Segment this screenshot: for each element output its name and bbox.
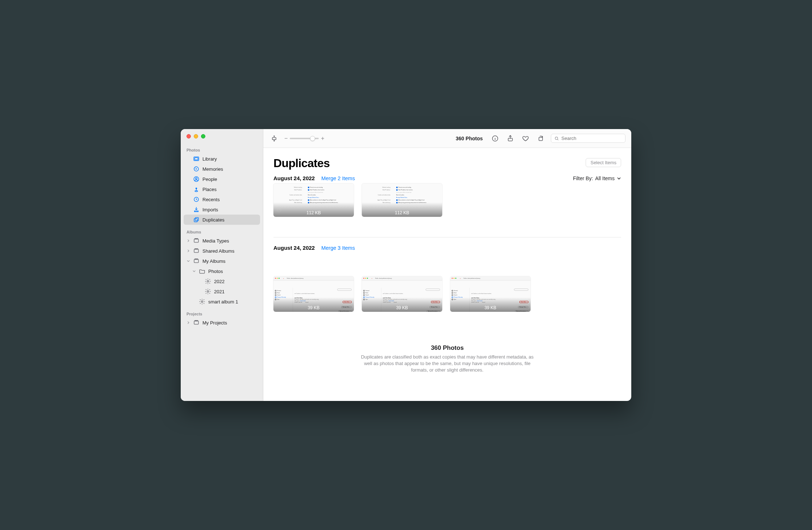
sidebar: Photos Library Memories — [181, 129, 263, 401]
search-icon — [554, 136, 559, 141]
info-button[interactable] — [490, 133, 500, 144]
imports-icon — [193, 206, 200, 213]
sidebar-item-smart-album-1[interactable]: smart album 1 — [184, 297, 260, 307]
rotate-button[interactable] — [536, 133, 546, 144]
sidebar-item-label: My Projects — [202, 320, 227, 326]
merge-link[interactable]: Merge 2 Items — [321, 175, 355, 181]
svg-point-18 — [207, 291, 209, 293]
filter-dropdown[interactable]: Filter By: All Items — [573, 175, 621, 181]
sidebar-scroll: Photos Library Memories — [181, 143, 263, 401]
group-date: August 24, 2022 — [273, 245, 315, 251]
share-button[interactable] — [505, 133, 515, 144]
places-icon — [193, 186, 200, 192]
thumbnail-size: 112 KB — [362, 202, 442, 217]
sidebar-item-shared-albums[interactable]: Shared Albums — [184, 246, 260, 256]
sidebar-item-label: smart album 1 — [208, 299, 238, 305]
filter-label: Filter By: — [573, 175, 593, 181]
minimize-window-button[interactable] — [194, 134, 198, 138]
sidebar-item-media-types[interactable]: Media Types — [184, 236, 260, 246]
photo-thumbnail[interactable]: Website tracking Prevent cross-site trac… — [362, 183, 442, 217]
merge-link[interactable]: Merge 3 Items — [321, 245, 355, 251]
content-area: Duplicates Select Items August 24, 2022 … — [263, 148, 631, 401]
sidebar-item-duplicates[interactable]: Duplicates — [184, 215, 260, 225]
sidebar-section-projects: Projects — [184, 307, 260, 318]
sidebar-item-label: Shared Albums — [202, 248, 234, 254]
favorite-button[interactable] — [520, 133, 531, 144]
sidebar-item-album-2022[interactable]: 2022 — [184, 276, 260, 286]
fullscreen-window-button[interactable] — [201, 134, 205, 138]
sidebar-item-places[interactable]: Places — [184, 184, 260, 194]
sidebar-item-album-photos[interactable]: Photos — [184, 266, 260, 276]
thumbnail-row: Website tracking Prevent cross-site trac… — [273, 183, 621, 217]
group-date: August 24, 2022 — [273, 175, 315, 181]
sidebar-item-album-2021[interactable]: 2021 — [184, 286, 260, 297]
sidebar-item-label: Duplicates — [202, 217, 225, 223]
svg-rect-10 — [194, 219, 197, 222]
sidebar-item-recents[interactable]: Recents — [184, 194, 260, 204]
album-icon — [193, 319, 200, 326]
search-input[interactable] — [561, 136, 622, 141]
svg-point-26 — [555, 137, 558, 139]
svg-point-7 — [195, 191, 198, 192]
zoom-minus-label: − — [284, 135, 288, 142]
svg-point-6 — [196, 188, 197, 190]
photo-thumbnail[interactable]: Website tracking Prevent cross-site trac… — [273, 183, 354, 217]
svg-rect-15 — [194, 260, 198, 263]
zoom-track[interactable] — [290, 138, 319, 139]
people-icon — [193, 176, 200, 182]
group-header: August 24, 2022 Merge 3 Items — [273, 245, 621, 251]
thumbnail-size: 39 KB — [273, 297, 354, 312]
app-window: Photos Library Memories — [181, 129, 631, 401]
svg-point-19 — [201, 301, 203, 303]
gear-icon — [199, 298, 205, 305]
sidebar-item-my-albums[interactable]: My Albums — [184, 256, 260, 266]
sidebar-item-label: People — [202, 177, 217, 182]
zoom-thumb[interactable] — [310, 136, 315, 141]
photo-thumbnail[interactable]: ●Firefox about:preferences#privacy Gener… — [273, 276, 354, 312]
sidebar-item-label: Recents — [202, 197, 220, 202]
library-icon — [193, 156, 200, 162]
group-header: August 24, 2022 Merge 2 Items Filter By:… — [273, 175, 621, 181]
chevron-down-icon[interactable] — [187, 259, 190, 263]
folder-icon — [199, 268, 205, 274]
zoom-plus-label: + — [321, 135, 324, 142]
close-window-button[interactable] — [187, 134, 191, 138]
aspect-fit-button[interactable] — [269, 133, 279, 144]
sidebar-item-memories[interactable]: Memories — [184, 164, 260, 174]
sidebar-item-people[interactable]: People — [184, 174, 260, 184]
photo-thumbnail[interactable]: ●Firefox about:preferences#privacy Gener… — [362, 276, 442, 312]
chevron-right-icon[interactable] — [187, 239, 190, 243]
svg-point-5 — [196, 178, 197, 179]
chevron-down-icon[interactable] — [192, 269, 196, 273]
sidebar-item-library[interactable]: Library — [184, 154, 260, 164]
recents-icon — [193, 196, 200, 203]
sidebar-item-label: Library — [202, 156, 217, 162]
sidebar-section-albums: Albums — [184, 225, 260, 236]
photo-thumbnail[interactable]: ●Firefox about:preferences#privacy Gener… — [450, 276, 531, 312]
memories-icon — [193, 166, 200, 172]
footer-title: 360 Photos — [360, 344, 534, 352]
svg-rect-16 — [195, 259, 198, 260]
thumbnail-size: 39 KB — [450, 297, 531, 312]
zoom-slider[interactable]: − + — [284, 135, 325, 142]
sidebar-item-imports[interactable]: Imports — [184, 204, 260, 215]
chevron-right-icon[interactable] — [187, 321, 190, 324]
svg-point-17 — [207, 281, 209, 282]
sidebar-item-my-projects[interactable]: My Projects — [184, 318, 260, 328]
svg-rect-9 — [195, 218, 198, 221]
chevron-right-icon[interactable] — [187, 249, 190, 253]
window-controls — [181, 129, 263, 143]
svg-marker-3 — [196, 168, 197, 170]
svg-rect-22 — [272, 137, 276, 140]
thumbnail-size: 39 KB — [362, 297, 442, 312]
album-icon — [193, 248, 200, 254]
select-items-button[interactable]: Select Items — [586, 158, 621, 167]
svg-rect-11 — [194, 239, 198, 243]
svg-rect-21 — [195, 320, 198, 321]
footer-description: Duplicates are classified both as exact … — [360, 354, 534, 374]
svg-rect-12 — [195, 239, 198, 239]
search-field[interactable] — [551, 134, 625, 143]
svg-rect-13 — [194, 249, 198, 253]
album-icon — [193, 237, 200, 244]
toolbar: − + 360 Photos — [263, 129, 631, 148]
